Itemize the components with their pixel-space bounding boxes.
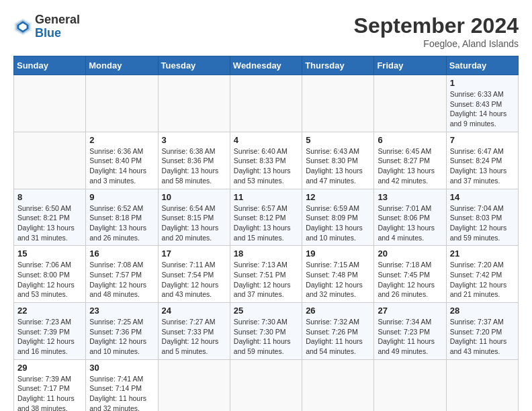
day-info: Sunrise: 7:34 AMSunset: 7:23 PMDaylight:… bbox=[378, 317, 442, 357]
page-header: General Blue September 2024 Foegloe, Ala… bbox=[13, 13, 519, 49]
day-number: 3 bbox=[162, 135, 226, 145]
day-number: 9 bbox=[89, 192, 154, 202]
day-number: 22 bbox=[17, 306, 82, 316]
day-number: 30 bbox=[89, 363, 154, 373]
calendar-week-row: 1Sunrise: 6:33 AMSunset: 8:43 PMDaylight… bbox=[14, 75, 519, 132]
calendar-cell: 14Sunrise: 7:04 AMSunset: 8:03 PMDayligh… bbox=[446, 189, 518, 246]
day-info: Sunrise: 6:54 AMSunset: 8:15 PMDaylight:… bbox=[162, 203, 226, 243]
calendar-week-row: 22Sunrise: 7:23 AMSunset: 7:39 PMDayligh… bbox=[14, 303, 519, 360]
calendar-cell bbox=[374, 75, 446, 132]
day-number: 6 bbox=[378, 135, 442, 145]
month-title: September 2024 bbox=[354, 13, 519, 38]
day-info: Sunrise: 7:01 AMSunset: 8:06 PMDaylight:… bbox=[378, 203, 442, 243]
day-number: 15 bbox=[17, 248, 82, 259]
day-number: 11 bbox=[234, 192, 298, 202]
calendar-cell: 2Sunrise: 6:36 AMSunset: 8:40 PMDaylight… bbox=[86, 132, 158, 189]
calendar-cell bbox=[302, 75, 374, 132]
calendar-cell: 12Sunrise: 6:59 AMSunset: 8:09 PMDayligh… bbox=[302, 189, 374, 246]
calendar-week-row: 2Sunrise: 6:36 AMSunset: 8:40 PMDaylight… bbox=[14, 132, 519, 189]
day-info: Sunrise: 7:08 AMSunset: 7:57 PMDaylight:… bbox=[89, 260, 154, 300]
logo-icon bbox=[13, 17, 32, 36]
calendar-cell: 17Sunrise: 7:11 AMSunset: 7:54 PMDayligh… bbox=[158, 246, 230, 303]
day-info: Sunrise: 7:37 AMSunset: 7:20 PMDaylight:… bbox=[450, 317, 515, 357]
day-number: 1 bbox=[450, 78, 515, 88]
day-number: 18 bbox=[234, 248, 298, 259]
day-info: Sunrise: 6:57 AMSunset: 8:12 PMDaylight:… bbox=[234, 203, 298, 243]
calendar-cell: 1Sunrise: 6:33 AMSunset: 8:43 PMDaylight… bbox=[446, 75, 518, 132]
day-info: Sunrise: 7:30 AMSunset: 7:30 PMDaylight:… bbox=[234, 317, 298, 357]
day-info: Sunrise: 6:59 AMSunset: 8:09 PMDaylight:… bbox=[306, 203, 370, 243]
calendar-cell: 8Sunrise: 6:50 AMSunset: 8:21 PMDaylight… bbox=[14, 189, 86, 246]
calendar-header-row: SundayMondayTuesdayWednesdayThursdayFrid… bbox=[14, 56, 519, 75]
day-info: Sunrise: 7:41 AMSunset: 7:14 PMDaylight:… bbox=[89, 374, 154, 411]
calendar-week-row: 8Sunrise: 6:50 AMSunset: 8:21 PMDaylight… bbox=[14, 189, 519, 246]
day-number: 23 bbox=[89, 306, 154, 316]
day-info: Sunrise: 6:40 AMSunset: 8:33 PMDaylight:… bbox=[234, 146, 298, 186]
calendar-cell: 25Sunrise: 7:30 AMSunset: 7:30 PMDayligh… bbox=[230, 303, 302, 360]
day-number: 4 bbox=[234, 135, 298, 145]
day-number: 29 bbox=[17, 363, 82, 373]
day-number: 7 bbox=[450, 135, 515, 145]
calendar-cell: 26Sunrise: 7:32 AMSunset: 7:26 PMDayligh… bbox=[302, 303, 374, 360]
calendar-cell: 7Sunrise: 6:47 AMSunset: 8:24 PMDaylight… bbox=[446, 132, 518, 189]
day-number: 14 bbox=[450, 192, 515, 202]
day-number: 5 bbox=[306, 135, 370, 145]
calendar-cell: 20Sunrise: 7:18 AMSunset: 7:45 PMDayligh… bbox=[374, 246, 446, 303]
day-info: Sunrise: 7:18 AMSunset: 7:45 PMDaylight:… bbox=[378, 260, 442, 300]
day-info: Sunrise: 6:52 AMSunset: 8:18 PMDaylight:… bbox=[89, 203, 154, 243]
day-info: Sunrise: 6:47 AMSunset: 8:24 PMDaylight:… bbox=[450, 146, 515, 186]
day-info: Sunrise: 7:20 AMSunset: 7:42 PMDaylight:… bbox=[450, 260, 515, 300]
calendar-cell: 28Sunrise: 7:37 AMSunset: 7:20 PMDayligh… bbox=[446, 303, 518, 360]
calendar-cell: 21Sunrise: 7:20 AMSunset: 7:42 PMDayligh… bbox=[446, 246, 518, 303]
calendar-cell bbox=[446, 359, 518, 411]
day-info: Sunrise: 7:06 AMSunset: 8:00 PMDaylight:… bbox=[17, 260, 82, 300]
day-info: Sunrise: 7:15 AMSunset: 7:48 PMDaylight:… bbox=[306, 260, 370, 300]
column-header-saturday: Saturday bbox=[446, 56, 518, 75]
day-number: 25 bbox=[234, 306, 298, 316]
title-block: September 2024 Foegloe, Aland Islands bbox=[354, 13, 519, 49]
calendar-cell: 16Sunrise: 7:08 AMSunset: 7:57 PMDayligh… bbox=[86, 246, 158, 303]
day-info: Sunrise: 7:23 AMSunset: 7:39 PMDaylight:… bbox=[17, 317, 82, 357]
logo-text: General Blue bbox=[35, 13, 80, 40]
calendar-cell bbox=[230, 75, 302, 132]
calendar-week-row: 15Sunrise: 7:06 AMSunset: 8:00 PMDayligh… bbox=[14, 246, 519, 303]
calendar-cell: 11Sunrise: 6:57 AMSunset: 8:12 PMDayligh… bbox=[230, 189, 302, 246]
calendar-cell bbox=[86, 75, 158, 132]
day-number: 10 bbox=[162, 192, 226, 202]
calendar-cell bbox=[374, 359, 446, 411]
day-info: Sunrise: 6:33 AMSunset: 8:43 PMDaylight:… bbox=[450, 89, 515, 129]
column-header-sunday: Sunday bbox=[14, 56, 86, 75]
day-number: 2 bbox=[89, 135, 154, 145]
day-number: 20 bbox=[378, 248, 442, 259]
day-number: 28 bbox=[450, 306, 515, 316]
calendar-cell bbox=[230, 359, 302, 411]
calendar-week-row: 29Sunrise: 7:39 AMSunset: 7:17 PMDayligh… bbox=[14, 359, 519, 411]
day-info: Sunrise: 7:25 AMSunset: 7:36 PMDaylight:… bbox=[89, 317, 154, 357]
calendar-cell: 4Sunrise: 6:40 AMSunset: 8:33 PMDaylight… bbox=[230, 132, 302, 189]
day-info: Sunrise: 7:04 AMSunset: 8:03 PMDaylight:… bbox=[450, 203, 515, 243]
day-info: Sunrise: 6:38 AMSunset: 8:36 PMDaylight:… bbox=[162, 146, 226, 186]
calendar-cell: 22Sunrise: 7:23 AMSunset: 7:39 PMDayligh… bbox=[14, 303, 86, 360]
calendar-cell: 13Sunrise: 7:01 AMSunset: 8:06 PMDayligh… bbox=[374, 189, 446, 246]
calendar-cell: 19Sunrise: 7:15 AMSunset: 7:48 PMDayligh… bbox=[302, 246, 374, 303]
calendar-cell: 6Sunrise: 6:45 AMSunset: 8:27 PMDaylight… bbox=[374, 132, 446, 189]
logo: General Blue bbox=[13, 13, 80, 40]
day-info: Sunrise: 7:11 AMSunset: 7:54 PMDaylight:… bbox=[162, 260, 226, 300]
day-number: 19 bbox=[306, 248, 370, 259]
calendar-cell bbox=[14, 132, 86, 189]
day-number: 27 bbox=[378, 306, 442, 316]
calendar-cell: 27Sunrise: 7:34 AMSunset: 7:23 PMDayligh… bbox=[374, 303, 446, 360]
day-number: 13 bbox=[378, 192, 442, 202]
day-number: 21 bbox=[450, 248, 515, 259]
calendar-cell: 24Sunrise: 7:27 AMSunset: 7:33 PMDayligh… bbox=[158, 303, 230, 360]
calendar-cell bbox=[158, 75, 230, 132]
day-info: Sunrise: 6:36 AMSunset: 8:40 PMDaylight:… bbox=[89, 146, 154, 186]
calendar-cell: 3Sunrise: 6:38 AMSunset: 8:36 PMDaylight… bbox=[158, 132, 230, 189]
calendar-cell: 23Sunrise: 7:25 AMSunset: 7:36 PMDayligh… bbox=[86, 303, 158, 360]
day-number: 24 bbox=[162, 306, 226, 316]
column-header-monday: Monday bbox=[86, 56, 158, 75]
day-info: Sunrise: 7:39 AMSunset: 7:17 PMDaylight:… bbox=[17, 374, 82, 411]
column-header-wednesday: Wednesday bbox=[230, 56, 302, 75]
day-info: Sunrise: 7:32 AMSunset: 7:26 PMDaylight:… bbox=[306, 317, 370, 357]
calendar-table: SundayMondayTuesdayWednesdayThursdayFrid… bbox=[13, 56, 519, 411]
